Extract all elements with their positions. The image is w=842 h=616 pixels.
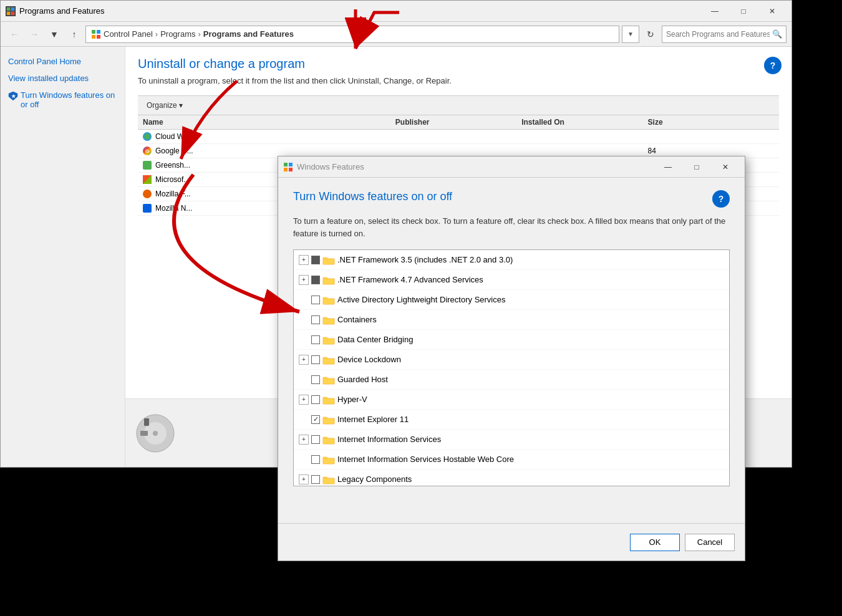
- breadcrumb-programs-features: Programs and Features: [203, 29, 294, 39]
- firefox-icon: [143, 190, 152, 198]
- organize-button[interactable]: Organize ▾: [143, 99, 186, 112]
- pf-main-title: Uninstall or change a program: [138, 57, 779, 71]
- help-button[interactable]: ?: [764, 57, 782, 74]
- svg-rect-15: [284, 163, 288, 166]
- svg-rect-20: [323, 279, 334, 284]
- ok-button[interactable]: OK: [630, 534, 680, 551]
- col-name: Name: [143, 118, 395, 127]
- svg-rect-5: [97, 30, 100, 34]
- feature-checkbox[interactable]: [311, 315, 320, 324]
- svg-rect-28: [323, 438, 334, 444]
- address-dropdown[interactable]: ▼: [622, 26, 639, 43]
- pf-window-title: Programs and Features: [19, 6, 700, 16]
- list-item[interactable]: ✓ Internet Explorer 11: [294, 410, 729, 430]
- path-sep-2: ›: [198, 29, 200, 39]
- feature-label: .NET Framework 4.7 Advanced Services: [337, 275, 483, 284]
- feature-checkbox[interactable]: [311, 256, 320, 264]
- list-item[interactable]: Active Directory Lightweight Directory S…: [294, 290, 729, 310]
- list-item[interactable]: + Device Lockdown: [294, 350, 729, 370]
- wf-titlebar: Windows Features — □ ✕: [278, 156, 745, 178]
- expand-button[interactable]: +: [299, 435, 309, 445]
- up-button[interactable]: ↑: [65, 26, 83, 43]
- wf-header: Turn Windows features on or off ?: [293, 190, 730, 208]
- folder-icon: [322, 335, 335, 345]
- expand-button[interactable]: +: [299, 275, 309, 285]
- sidebar-turn-features[interactable]: ★ Turn Windows features on or off: [8, 90, 117, 109]
- svg-text:★: ★: [11, 94, 16, 99]
- item-name-cloud: Cloud W...: [143, 132, 395, 141]
- feature-checkbox[interactable]: [311, 276, 320, 284]
- sidebar-view-updates[interactable]: View installed updates: [8, 74, 117, 83]
- breadcrumb-control-panel: Control Panel: [104, 29, 153, 39]
- address-path[interactable]: Control Panel › Programs › Programs and …: [85, 26, 619, 43]
- svg-rect-19: [323, 259, 334, 264]
- feature-checkbox[interactable]: [311, 455, 320, 464]
- globe-icon: [143, 132, 152, 141]
- search-input[interactable]: [666, 30, 770, 39]
- forward-button[interactable]: →: [26, 26, 43, 43]
- feature-checkbox[interactable]: ✓: [311, 415, 320, 424]
- pf-main-desc: To uninstall a program, select it from t…: [138, 76, 779, 85]
- wf-close-button[interactable]: ✕: [711, 156, 740, 178]
- feature-checkbox[interactable]: [311, 475, 320, 484]
- svg-rect-7: [97, 35, 100, 39]
- pf-close-button[interactable]: ✕: [758, 1, 786, 22]
- list-item[interactable]: Containers: [294, 310, 729, 330]
- sidebar-control-panel-home[interactable]: Control Panel Home: [8, 57, 117, 66]
- refresh-button[interactable]: ↻: [642, 26, 659, 43]
- feature-checkbox[interactable]: [311, 355, 320, 364]
- folder-icon: [322, 295, 335, 305]
- cancel-button[interactable]: Cancel: [685, 534, 735, 551]
- wf-help-button[interactable]: ?: [712, 190, 730, 208]
- wf-dialog-title: Windows Features: [297, 162, 654, 171]
- pf-sidebar: Control Panel Home View installed update…: [1, 47, 125, 467]
- svg-rect-30: [323, 478, 334, 484]
- svg-rect-24: [323, 359, 334, 364]
- folder-icon: [322, 315, 335, 325]
- svg-rect-14: [144, 418, 149, 426]
- feature-checkbox[interactable]: [311, 435, 320, 444]
- col-publisher: Publisher: [395, 118, 521, 127]
- wf-footer: OK Cancel: [278, 523, 745, 561]
- pf-maximize-button[interactable]: □: [729, 1, 758, 22]
- recent-locations-button[interactable]: ▼: [46, 26, 63, 43]
- expand-button[interactable]: +: [299, 255, 309, 265]
- folder-icon: [322, 435, 335, 445]
- wf-maximize-button[interactable]: □: [682, 156, 711, 178]
- google-icon: G: [143, 147, 152, 155]
- expand-button[interactable]: +: [299, 395, 309, 405]
- feature-label: Hyper-V: [337, 395, 367, 404]
- list-item[interactable]: Internet Information Services Hostable W…: [294, 450, 729, 469]
- svg-rect-26: [323, 398, 334, 404]
- item-name-google: G Google C...: [143, 147, 395, 155]
- folder-icon: [322, 455, 335, 464]
- feature-checkbox[interactable]: [311, 395, 320, 404]
- feature-label: Data Center Bridging: [337, 335, 413, 344]
- pf-right-panel: ?: [754, 47, 791, 513]
- expand-button[interactable]: +: [299, 355, 309, 365]
- svg-point-12: [153, 431, 158, 436]
- list-item[interactable]: + Hyper-V: [294, 390, 729, 410]
- feature-checkbox[interactable]: [311, 375, 320, 384]
- list-item[interactable]: + .NET Framework 3.5 (includes .NET 2.0 …: [294, 250, 729, 270]
- wf-dialog-main-title: Turn Windows features on or off: [293, 190, 452, 203]
- feature-label: Containers: [337, 315, 377, 324]
- list-item[interactable]: Guarded Host: [294, 370, 729, 390]
- list-item[interactable]: + Internet Information Services: [294, 430, 729, 450]
- list-item[interactable]: + .NET Framework 4.7 Advanced Services: [294, 270, 729, 290]
- feature-checkbox[interactable]: [311, 296, 320, 304]
- wf-minimize-button[interactable]: —: [654, 156, 682, 178]
- back-button[interactable]: ←: [6, 26, 23, 43]
- pf-titlebar: Programs and Features — □ ✕: [1, 1, 791, 22]
- search-box: 🔍: [662, 26, 786, 43]
- list-item[interactable]: Cloud W...: [138, 130, 779, 144]
- list-item[interactable]: + Legacy Components: [294, 469, 729, 486]
- expand-button[interactable]: +: [299, 474, 309, 484]
- wf-window-icon: [283, 162, 293, 172]
- list-item[interactable]: Data Center Bridging: [294, 330, 729, 350]
- pf-minimize-button[interactable]: —: [700, 1, 729, 22]
- feature-checkbox[interactable]: [311, 335, 320, 344]
- folder-icon: [322, 474, 335, 484]
- svg-rect-29: [323, 458, 334, 464]
- feature-label: Guarded Host: [337, 375, 388, 384]
